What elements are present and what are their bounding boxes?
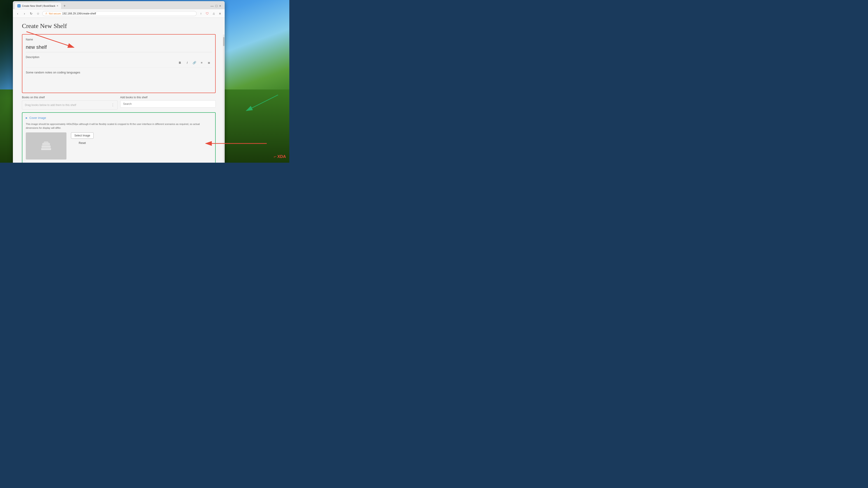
editor-toolbar: B I 🔗 ≡ ≣ bbox=[26, 60, 212, 68]
cover-placeholder-icon bbox=[39, 139, 53, 153]
bookmark-button[interactable]: ☆ bbox=[35, 11, 40, 16]
search-input[interactable] bbox=[120, 100, 216, 107]
books-on-shelf-panel: Books on this shelf Drag books below to … bbox=[22, 96, 118, 109]
tab-favicon: B bbox=[18, 4, 21, 7]
italic-button[interactable]: I bbox=[184, 60, 190, 66]
add-books-panel: Add books to this shelf bbox=[120, 96, 216, 109]
refresh-button[interactable]: ↻ bbox=[29, 11, 34, 16]
maximize-button[interactable]: □ bbox=[215, 4, 217, 8]
share-icon[interactable]: ↑ bbox=[198, 11, 204, 16]
description-field-container: Description B I 🔗 ≡ ≣ Some random notes … bbox=[26, 56, 212, 89]
more-options-icon[interactable]: ⋮ bbox=[111, 103, 115, 107]
reset-button[interactable]: Reset bbox=[71, 140, 94, 145]
new-tab-button[interactable]: + bbox=[62, 3, 67, 8]
window-controls: — □ × bbox=[211, 4, 223, 8]
description-content[interactable]: Some random notes on coding languages bbox=[26, 69, 212, 89]
books-on-shelf-label: Books on this shelf bbox=[22, 96, 118, 99]
security-warning-icon: ⚠ bbox=[45, 12, 48, 15]
cover-actions: Select Image Reset bbox=[71, 132, 94, 145]
cover-image-section: ▶ Cover image This image should be appro… bbox=[22, 112, 216, 163]
back-button[interactable]: ‹ bbox=[15, 11, 20, 16]
description-label: Description bbox=[26, 56, 212, 59]
list-button[interactable]: ≡ bbox=[199, 60, 205, 66]
books-row: Books on this shelf Drag books below to … bbox=[22, 96, 216, 109]
name-description-section: Name Description B I 🔗 ≡ ≣ Some random n… bbox=[22, 34, 216, 93]
url-bar[interactable]: ⚠ Not secure 192.168.29.106/create-shelf bbox=[42, 11, 197, 16]
browser-toolbar-icons: ↑ 🛡 ♫ ≡ bbox=[198, 11, 222, 16]
select-image-button[interactable]: Select Image bbox=[71, 132, 94, 139]
ordered-list-button[interactable]: ≣ bbox=[206, 60, 212, 66]
name-label: Name bbox=[26, 38, 212, 41]
cover-image-label: Cover image bbox=[29, 116, 46, 120]
name-input[interactable] bbox=[26, 42, 212, 52]
xda-text: XDA bbox=[277, 154, 286, 159]
cover-row: Select Image Reset bbox=[26, 132, 212, 160]
tab-bar: B Create New Shelf | BookStack × + — □ × bbox=[13, 1, 225, 9]
svg-rect-1 bbox=[41, 145, 51, 148]
red-arrow-2 bbox=[204, 137, 271, 150]
menu-icon[interactable]: ≡ bbox=[217, 11, 222, 16]
svg-marker-3 bbox=[43, 141, 49, 143]
security-label: Not secure bbox=[49, 12, 61, 15]
url-text: 192.168.29.106/create-shelf bbox=[62, 12, 96, 15]
xda-logo: ⌐ XDA bbox=[274, 154, 286, 159]
toggle-arrow-icon: ▶ bbox=[26, 117, 28, 119]
drag-placeholder: Drag books below to add them to this she… bbox=[25, 103, 76, 107]
tab-close-button[interactable]: × bbox=[57, 4, 58, 7]
cover-image-toggle[interactable]: ▶ Cover image bbox=[26, 116, 212, 120]
minimize-button[interactable]: — bbox=[211, 4, 214, 8]
music-icon[interactable]: ♫ bbox=[211, 11, 216, 16]
name-field-container: Name bbox=[26, 38, 212, 56]
page-content: Create New Shelf Name Description B I 🔗 … bbox=[13, 18, 225, 163]
svg-rect-2 bbox=[42, 143, 50, 145]
active-tab[interactable]: B Create New Shelf | BookStack × bbox=[15, 3, 61, 9]
scroll-thumb[interactable] bbox=[223, 37, 224, 46]
tab-title: Create New Shelf | BookStack bbox=[22, 4, 55, 7]
bold-button[interactable]: B bbox=[177, 60, 183, 66]
close-button[interactable]: × bbox=[219, 4, 221, 8]
link-button[interactable]: 🔗 bbox=[191, 60, 197, 66]
browser-window: B Create New Shelf | BookStack × + — □ ×… bbox=[13, 1, 225, 163]
add-books-label: Add books to this shelf bbox=[120, 96, 216, 99]
books-drop-zone[interactable]: Drag books below to add them to this she… bbox=[22, 100, 118, 109]
svg-rect-0 bbox=[41, 148, 51, 150]
xda-bracket-left: ⌐ bbox=[274, 154, 276, 159]
shield-icon[interactable]: 🛡 bbox=[205, 11, 210, 16]
cover-description-text: This image should be approximately 440x2… bbox=[26, 122, 212, 130]
cover-preview bbox=[26, 132, 66, 160]
forward-button[interactable]: › bbox=[22, 11, 27, 16]
page-title: Create New Shelf bbox=[22, 22, 216, 30]
address-bar: ‹ › ↻ ☆ ⚠ Not secure 192.168.29.106/crea… bbox=[13, 9, 225, 18]
